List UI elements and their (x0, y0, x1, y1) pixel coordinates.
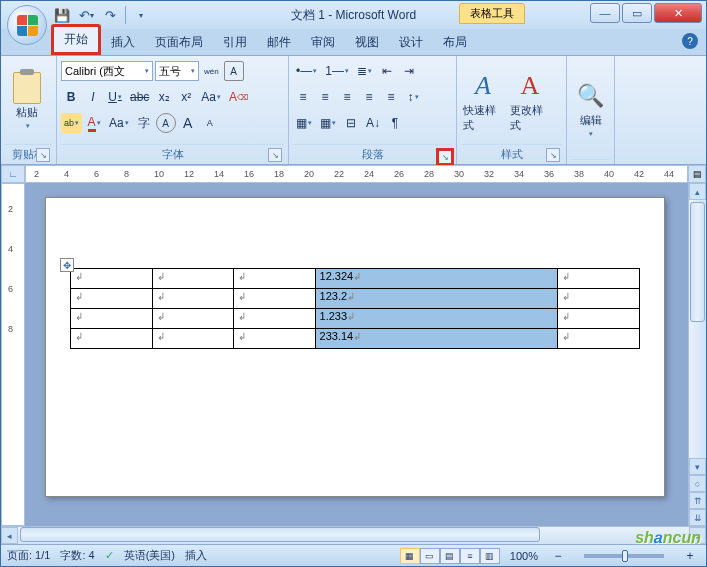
font-name-combo[interactable]: Calibri (西文▾ (61, 61, 153, 81)
tab-mailings[interactable]: 邮件 (257, 30, 301, 55)
table-move-handle[interactable]: ✥ (60, 258, 74, 272)
table-cell[interactable]: 233.14↲ (315, 329, 558, 349)
zoom-thumb[interactable] (622, 550, 628, 562)
horizontal-scrollbar[interactable]: ◂ ▸ (1, 526, 706, 544)
scroll-up-button[interactable]: ▴ (689, 183, 706, 200)
highlight-button[interactable]: ab▾ (61, 113, 82, 133)
table-cell[interactable]: ↲ (71, 269, 153, 289)
bold-button[interactable]: B (61, 87, 81, 107)
tab-selector[interactable]: ∟ (1, 165, 25, 183)
draft-view[interactable]: ▥ (480, 548, 500, 564)
tab-view[interactable]: 视图 (345, 30, 389, 55)
help-button[interactable]: ? (682, 33, 698, 49)
scroll-down-button[interactable]: ▾ (689, 458, 706, 475)
paste-button[interactable]: 粘贴▾ (5, 59, 49, 144)
snap-button[interactable]: ⊟ (341, 113, 361, 133)
clipboard-launcher[interactable]: ↘ (36, 148, 50, 162)
quick-styles-button[interactable]: A 快速样式 (461, 59, 505, 144)
distribute-button[interactable]: ≡ (381, 87, 401, 107)
sort-button[interactable]: A↓ (363, 113, 383, 133)
table-cell[interactable]: ↲ (234, 269, 316, 289)
table-cell[interactable]: ↲ (558, 329, 640, 349)
table-cell[interactable]: ↲ (234, 289, 316, 309)
tab-page-layout[interactable]: 页面布局 (145, 30, 213, 55)
table-cell[interactable]: ↲ (558, 269, 640, 289)
ruler-toggle[interactable]: ▤ (688, 165, 706, 183)
styles-launcher[interactable]: ↘ (546, 148, 560, 162)
table-cell[interactable]: ↲ (71, 289, 153, 309)
font-size-combo[interactable]: 五号▾ (155, 61, 199, 81)
table-row[interactable]: ↲↲↲12.324↲↲ (71, 269, 640, 289)
font-launcher[interactable]: ↘ (268, 148, 282, 162)
char-shading-button[interactable]: Aa▾ (106, 113, 132, 133)
char-border-button[interactable]: A (224, 61, 244, 81)
borders-button[interactable]: ▦▾ (317, 113, 339, 133)
superscript-button[interactable]: x² (176, 87, 196, 107)
tab-home[interactable]: 开始 (51, 24, 101, 55)
table-row[interactable]: ↲↲↲123.2↲↲ (71, 289, 640, 309)
spellcheck-icon[interactable]: ✓ (105, 549, 114, 562)
grow-font-button[interactable]: A (178, 113, 198, 133)
print-layout-view[interactable]: ▦ (400, 548, 420, 564)
decrease-indent-button[interactable]: ⇤ (377, 61, 397, 81)
minimize-button[interactable]: — (590, 3, 620, 23)
change-styles-button[interactable]: A 更改样式 (508, 59, 552, 144)
tab-references[interactable]: 引用 (213, 30, 257, 55)
close-button[interactable]: ✕ (654, 3, 702, 23)
line-spacing-button[interactable]: ↕▾ (403, 87, 423, 107)
table-cell[interactable]: ↲ (71, 329, 153, 349)
table-cell[interactable]: ↲ (152, 309, 234, 329)
word-count[interactable]: 字数: 4 (60, 548, 94, 563)
font-color-button[interactable]: A▾ (84, 113, 104, 133)
table-cell[interactable]: ↲ (71, 309, 153, 329)
table-cell[interactable]: ↲ (558, 289, 640, 309)
table-row[interactable]: ↲↲↲233.14↲↲ (71, 329, 640, 349)
justify-button[interactable]: ≡ (359, 87, 379, 107)
tab-insert[interactable]: 插入 (101, 30, 145, 55)
align-center-button[interactable]: ≡ (315, 87, 335, 107)
undo-button[interactable]: ↶▾ (77, 6, 95, 24)
table-cell[interactable]: 1.233↲ (315, 309, 558, 329)
show-marks-button[interactable]: ¶ (385, 113, 405, 133)
page-indicator[interactable]: 页面: 1/1 (7, 548, 50, 563)
full-screen-view[interactable]: ▭ (420, 548, 440, 564)
web-layout-view[interactable]: ▤ (440, 548, 460, 564)
prev-page-button[interactable]: ⇈ (689, 492, 706, 509)
tab-design[interactable]: 设计 (389, 30, 433, 55)
table-cell[interactable]: 12.324↲ (315, 269, 558, 289)
phonetic-guide-button[interactable]: wén (201, 61, 222, 81)
find-button[interactable]: 🔍 编辑▾ (571, 59, 610, 159)
increase-indent-button[interactable]: ⇥ (399, 61, 419, 81)
tab-table-layout[interactable]: 布局 (433, 30, 477, 55)
zoom-slider[interactable] (584, 554, 664, 558)
strike-button[interactable]: abc (127, 87, 152, 107)
next-page-button[interactable]: ⇊ (689, 509, 706, 526)
table-cell[interactable]: ↲ (234, 329, 316, 349)
zoom-level[interactable]: 100% (510, 550, 538, 562)
shading-button[interactable]: ▦▾ (293, 113, 315, 133)
document-table[interactable]: ↲↲↲12.324↲↲↲↲↲123.2↲↲↲↲↲1.233↲↲↲↲↲233.14… (70, 268, 640, 349)
browse-object-button[interactable]: ○ (689, 475, 706, 492)
table-cell[interactable]: ↲ (234, 309, 316, 329)
table-cell[interactable]: ↲ (152, 289, 234, 309)
scroll-right-button[interactable]: ▸ (689, 527, 706, 544)
outline-view[interactable]: ≡ (460, 548, 480, 564)
save-button[interactable]: 💾 (53, 6, 71, 24)
scroll-thumb[interactable] (690, 202, 705, 322)
zoom-out-button[interactable]: − (548, 546, 568, 566)
multilevel-button[interactable]: ≣▾ (354, 61, 375, 81)
scroll-thumb[interactable] (20, 527, 540, 542)
enclosed-char-button[interactable]: 字 (134, 113, 154, 133)
qat-customize[interactable]: ▾ (132, 6, 150, 24)
page-viewport[interactable]: ✥ ↲↲↲12.324↲↲↲↲↲123.2↲↲↲↲↲1.233↲↲↲↲↲233.… (25, 183, 688, 526)
change-case-button[interactable]: Aa▾ (198, 87, 224, 107)
circle-char-button[interactable]: A (156, 113, 176, 133)
tab-review[interactable]: 审阅 (301, 30, 345, 55)
zoom-in-button[interactable]: + (680, 546, 700, 566)
bullets-button[interactable]: •—▾ (293, 61, 320, 81)
table-cell[interactable]: ↲ (152, 269, 234, 289)
vertical-scrollbar[interactable]: ▴ ▾ ○ ⇈ ⇊ (688, 183, 706, 526)
table-cell[interactable]: ↲ (152, 329, 234, 349)
scroll-left-button[interactable]: ◂ (1, 527, 18, 544)
shrink-font-button[interactable]: A (200, 113, 220, 133)
